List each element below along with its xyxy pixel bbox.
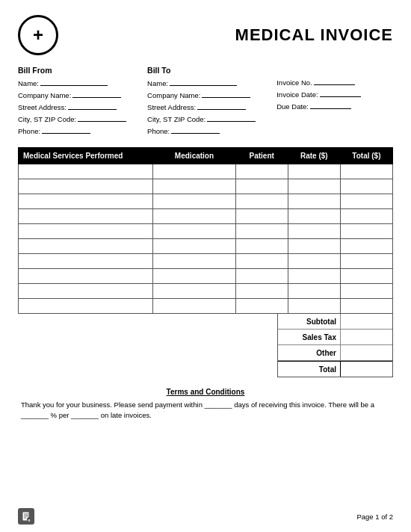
table-cell [288, 269, 340, 284]
bill-from-company: Company Name: [18, 89, 147, 99]
col-header-rate: Rate ($) [288, 148, 340, 164]
col-header-total: Total ($) [340, 148, 392, 164]
bill-from-street: Street Address: [18, 101, 147, 111]
sales-tax-row: Sales Tax [278, 330, 392, 345]
bill-from: Bill From Name: Company Name: Street Add… [18, 66, 147, 137]
table-cell [19, 239, 153, 254]
table-cell [288, 284, 340, 299]
table-cell [340, 299, 392, 314]
table-row [19, 209, 393, 224]
table-cell [340, 254, 392, 269]
table-cell [153, 164, 235, 179]
total-value [340, 362, 392, 377]
bill-from-city: City, ST ZIP Code: [18, 113, 147, 123]
subtotal-row: Subtotal [278, 314, 392, 330]
table-row [19, 239, 393, 254]
table-cell [153, 284, 235, 299]
table-cell [153, 194, 235, 209]
table-cell [19, 254, 153, 269]
table-cell [153, 209, 235, 224]
table-cell [19, 224, 153, 239]
table-row [19, 224, 393, 239]
col-header-medication: Medication [153, 148, 235, 164]
logo-icon: + [18, 15, 58, 55]
table-cell [340, 239, 392, 254]
table-cell [153, 299, 235, 314]
table-row [19, 254, 393, 269]
table-cell [288, 179, 340, 194]
header: + MEDICAL INVOICE [18, 15, 393, 55]
table-cell [19, 269, 153, 284]
table-cell [340, 164, 392, 179]
table-cell [153, 254, 235, 269]
table-cell [153, 224, 235, 239]
col-header-services: Medical Services Performed [19, 148, 153, 164]
col-header-patient: Patient [235, 148, 288, 164]
table-cell [153, 269, 235, 284]
bill-to-phone: Phone: [147, 125, 276, 135]
table-cell [340, 269, 392, 284]
table-cell [19, 164, 153, 179]
svg-text:e: e [28, 518, 31, 522]
document-icon: e [18, 508, 34, 525]
table-cell [235, 164, 288, 179]
page-number: Page 1 of 2 [356, 513, 393, 521]
table-cell [288, 239, 340, 254]
invoice-date-field: Invoice Date: [276, 88, 393, 99]
table-cell [288, 194, 340, 209]
other-value [340, 345, 392, 360]
totals-box: Subtotal Sales Tax Other Total [277, 314, 393, 377]
table-cell [19, 284, 153, 299]
table-cell [235, 284, 288, 299]
table-cell [340, 284, 392, 299]
bill-to-street: Street Address: [147, 101, 276, 111]
bill-to-company: Company Name: [147, 89, 276, 99]
table-cell [235, 194, 288, 209]
table-cell [288, 164, 340, 179]
other-row: Other [278, 345, 392, 361]
bill-from-name: Name: [18, 77, 147, 87]
table-cell [235, 239, 288, 254]
table-cell [340, 209, 392, 224]
terms-section: Terms and Conditions Thank you for your … [18, 388, 393, 421]
table-cell [288, 299, 340, 314]
table-cell [235, 299, 288, 314]
table-cell [340, 179, 392, 194]
invoice-number-field: Invoice No. [276, 76, 393, 87]
table-cell [288, 224, 340, 239]
total-row: Total [278, 361, 392, 377]
table-cell [19, 194, 153, 209]
table-cell [153, 179, 235, 194]
due-date-field: Due Date: [276, 100, 393, 111]
bill-section: Bill From Name: Company Name: Street Add… [18, 66, 393, 137]
other-label: Other [278, 347, 340, 359]
table-row [19, 194, 393, 209]
table-cell [153, 239, 235, 254]
totals-container: Subtotal Sales Tax Other Total [18, 314, 393, 377]
sales-tax-value [340, 330, 392, 344]
table-cell [19, 209, 153, 224]
table-row [19, 299, 393, 314]
terms-title: Terms and Conditions [18, 388, 393, 396]
invoice-page: + MEDICAL INVOICE Bill From Name: Compan… [0, 0, 411, 532]
subtotal-label: Subtotal [278, 315, 340, 328]
table-cell [288, 209, 340, 224]
bill-to-name: Name: [147, 77, 276, 87]
bill-from-phone: Phone: [18, 125, 147, 135]
bill-to: Bill To Name: Company Name: Street Addre… [147, 66, 276, 137]
table-cell [235, 224, 288, 239]
subtotal-value [340, 314, 392, 329]
table-cell [340, 194, 392, 209]
table-cell [235, 254, 288, 269]
terms-text: Thank you for your business. Please send… [18, 400, 393, 421]
table-cell [19, 299, 153, 314]
bill-to-city: City, ST ZIP Code: [147, 113, 276, 123]
table-cell [235, 209, 288, 224]
table-cell [19, 179, 153, 194]
table-row [19, 269, 393, 284]
table-row [19, 164, 393, 179]
bill-from-title: Bill From [18, 66, 147, 75]
invoice-title: MEDICAL INVOICE [58, 25, 393, 45]
services-table: Medical Services Performed Medication Pa… [18, 147, 393, 314]
table-cell [288, 254, 340, 269]
